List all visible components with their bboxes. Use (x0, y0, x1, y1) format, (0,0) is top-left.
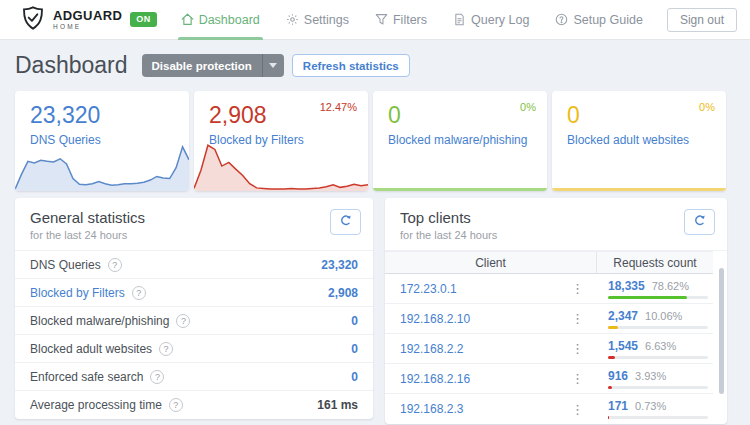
requests-bar-track (608, 386, 708, 389)
client-ip-link[interactable]: 172.23.0.1 (400, 282, 457, 296)
stat-row: Blocked malware/phishing? 0 (15, 307, 373, 335)
requests-bar-track (608, 296, 708, 299)
client-ip-link[interactable]: 192.168.2.2 (400, 342, 463, 356)
blocked-filters-sparkline (194, 139, 368, 191)
nav-query-log[interactable]: Query Log (453, 0, 529, 40)
card-percent: 0% (699, 101, 715, 113)
panel-subtitle: for the last 24 hours (400, 229, 712, 241)
disable-protection-button[interactable]: Disable protection (142, 54, 284, 77)
stat-label: Average processing time (30, 398, 162, 412)
question-icon[interactable]: ? (169, 398, 183, 412)
stat-value: 161 ms (317, 398, 358, 412)
help-circle-icon (555, 13, 568, 26)
nav-dashboard[interactable]: Dashboard (181, 0, 260, 40)
requests-percent: 10.06% (645, 310, 682, 322)
client-row: 192.168.2.10 ⋮ 2,34710.06% (385, 304, 713, 334)
general-statistics-panel: General statistics for the last 24 hours… (15, 198, 373, 419)
client-row: 192.168.2.3 ⋮ 1710.73% (385, 394, 713, 424)
flat-sparkline (373, 188, 547, 191)
stat-label: Blocked malware/phishing (30, 314, 169, 328)
stat-row: Average processing time? 161 ms (15, 391, 373, 419)
card-label-link[interactable]: Blocked adult websites (567, 133, 726, 147)
kebab-menu-icon[interactable]: ⋮ (567, 340, 588, 357)
refresh-icon (339, 214, 352, 230)
client-ip-link[interactable]: 192.168.2.16 (400, 372, 470, 386)
stat-value: 0 (351, 314, 358, 328)
requests-percent: 3.93% (635, 370, 666, 382)
refresh-top-clients-button[interactable] (684, 209, 715, 235)
requests-bar (608, 386, 612, 389)
page-head: Dashboard Disable protection Refresh sta… (15, 52, 727, 79)
stat-row: Enforced safe search? 0 (15, 363, 373, 391)
requests-count: 2,347 (608, 309, 638, 323)
document-icon (453, 13, 466, 26)
stat-value: 23,320 (321, 258, 358, 272)
question-icon[interactable]: ? (108, 258, 122, 272)
logo-subtitle: HOME (53, 24, 122, 31)
card-blocked-adult: 0 Blocked adult websites 0% (552, 91, 726, 191)
refresh-general-stats-button[interactable] (330, 209, 361, 235)
requests-percent: 0.73% (635, 400, 666, 412)
requests-count: 18,335 (608, 279, 645, 293)
question-icon[interactable]: ? (132, 286, 146, 300)
protection-status-badge: ON (130, 12, 156, 27)
top-clients-table-header: Client Requests count (385, 251, 713, 274)
card-dns-queries: 23,320 DNS Queries (15, 91, 189, 191)
stat-label-link[interactable]: Blocked by Filters (30, 286, 125, 300)
top-clients-rows: 172.23.0.1 ⋮ 18,33578.62% 192.168.2.10 ⋮… (385, 274, 713, 424)
table-scrollbar-thumb[interactable] (719, 268, 724, 394)
top-clients-panel: Top clients for the last 24 hours Client… (385, 198, 727, 424)
panel-head: Top clients for the last 24 hours (385, 198, 727, 251)
client-ip-link[interactable]: 192.168.2.10 (400, 312, 470, 326)
stat-value: 2,908 (328, 286, 358, 300)
client-row: 192.168.2.16 ⋮ 9163.93% (385, 364, 713, 394)
nav-settings[interactable]: Settings (286, 0, 349, 40)
nav-label: Query Log (471, 13, 529, 27)
kebab-menu-icon[interactable]: ⋮ (567, 401, 588, 418)
question-icon[interactable]: ? (176, 314, 190, 328)
card-label-link[interactable]: Blocked malware/phishing (388, 133, 547, 147)
card-value: 23,320 (30, 102, 189, 129)
funnel-icon (375, 13, 388, 26)
kebab-menu-icon[interactable]: ⋮ (567, 370, 588, 387)
requests-count: 171 (608, 399, 628, 413)
refresh-statistics-button[interactable]: Refresh statistics (292, 54, 410, 77)
kebab-menu-icon[interactable]: ⋮ (567, 280, 588, 297)
kebab-menu-icon[interactable]: ⋮ (567, 310, 588, 327)
requests-bar (608, 356, 615, 359)
requests-bar-track (608, 356, 708, 359)
panels-row: General statistics for the last 24 hours… (15, 198, 727, 424)
stat-value: 0 (351, 370, 358, 384)
client-ip-link[interactable]: 192.168.2.3 (400, 402, 463, 416)
nav-label: Dashboard (199, 13, 260, 27)
requests-bar-track (608, 326, 708, 329)
gear-icon (286, 13, 299, 26)
page-content: Dashboard Disable protection Refresh sta… (0, 40, 750, 424)
question-icon[interactable]: ? (150, 370, 164, 384)
stat-label: Blocked adult websites (30, 342, 152, 356)
client-row: 192.168.2.2 ⋮ 1,5456.63% (385, 334, 713, 364)
disable-protection-dropdown[interactable] (262, 54, 284, 77)
client-row: 172.23.0.1 ⋮ 18,33578.62% (385, 274, 713, 304)
sign-out-button[interactable]: Sign out (667, 8, 737, 32)
disable-protection-label: Disable protection (142, 54, 262, 77)
card-percent: 0% (520, 101, 536, 113)
home-icon (181, 13, 194, 26)
adguard-logo[interactable]: ADGUARD HOME ON (20, 5, 157, 35)
requests-count: 1,545 (608, 339, 638, 353)
requests-bar (608, 296, 687, 299)
shield-check-icon (20, 5, 46, 35)
refresh-icon (693, 214, 706, 230)
requests-bar-track (608, 416, 708, 419)
nav-setup-guide[interactable]: Setup Guide (555, 0, 643, 40)
nav-filters[interactable]: Filters (375, 0, 427, 40)
stat-row: Blocked adult websites? 0 (15, 335, 373, 363)
chevron-down-icon (269, 63, 277, 68)
page-title: Dashboard (15, 52, 128, 79)
column-header-requests-count[interactable]: Requests count (597, 252, 713, 273)
column-header-client[interactable]: Client (385, 252, 597, 273)
nav-label: Setup Guide (573, 13, 643, 27)
requests-bar (608, 326, 618, 329)
requests-percent: 78.62% (652, 280, 689, 292)
question-icon[interactable]: ? (159, 342, 173, 356)
